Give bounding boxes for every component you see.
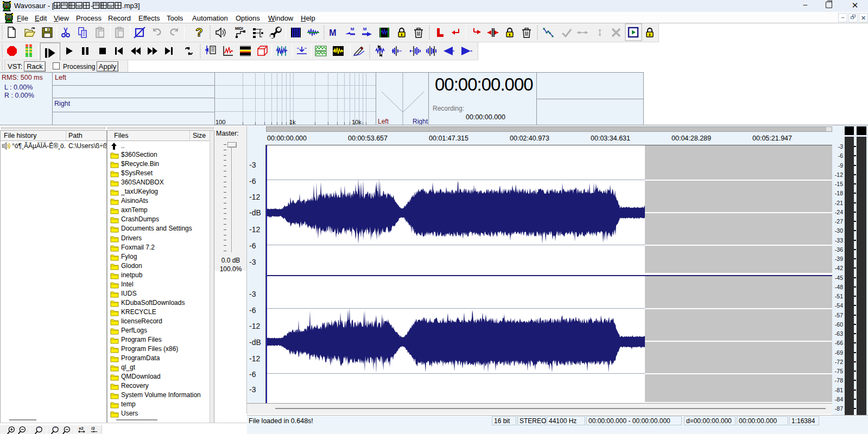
svg-text:M: M — [329, 28, 336, 37]
svg-text:M: M — [363, 27, 367, 31]
svg-text:MIDI: MIDI — [235, 27, 243, 30]
svg-text:x2: x2 — [79, 426, 83, 431]
svg-text:?: ? — [195, 25, 202, 39]
svg-text:M: M — [351, 27, 354, 31]
svg-text:/2: /2 — [91, 426, 94, 431]
